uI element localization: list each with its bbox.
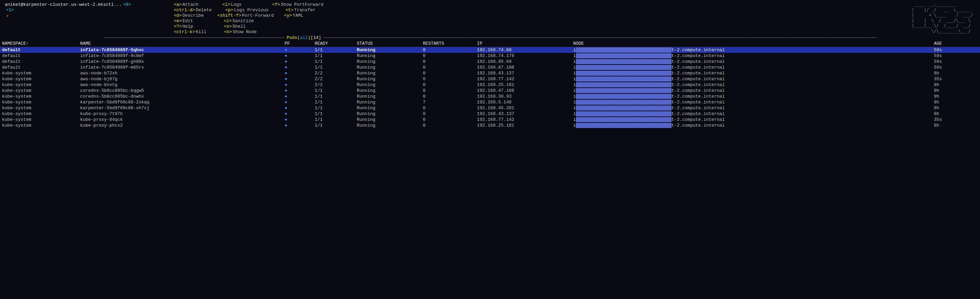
table-row[interactable]: defaultinflate-7c8584989f-m65rv●1/1Runni… xyxy=(0,64,980,70)
table-row[interactable]: kube-systemaws-node-b72xh●2/2Running0192… xyxy=(0,70,980,76)
cell-namespace: kube-system xyxy=(0,76,78,82)
cell-name: kube-proxy-phcx2 xyxy=(78,123,283,128)
cell-ip: 192.168.43.137 xyxy=(475,111,571,117)
cell-ip: 192.168.25.181 xyxy=(475,123,571,128)
cell-ready: 1/1 xyxy=(312,123,355,128)
cell-name: karpenter-5bd9f69c88-2xkqq xyxy=(78,99,283,105)
cell-node: i████████████████████████████████████t-2… xyxy=(571,88,932,94)
cell-name: aws-node-bj67g xyxy=(78,76,283,82)
kb-help: <?> Help xyxy=(174,24,193,29)
cell-namespace: kube-system xyxy=(0,94,78,99)
cell-namespace: kube-system xyxy=(0,88,78,94)
cell-name: coredns-5b8cc885bc-bqgw5 xyxy=(78,88,283,94)
col-header-ready: READY xyxy=(312,40,355,47)
cell-age: 8h xyxy=(932,99,980,105)
cell-age: 35s xyxy=(932,117,980,123)
cell-ip: 192.168.45.201 xyxy=(475,105,571,111)
cell-restarts: 0 xyxy=(421,64,475,70)
cell-age: 8h xyxy=(932,123,980,128)
table-row[interactable]: kube-systemkube-proxy-84qck●1/1Running01… xyxy=(0,117,980,123)
cell-name: inflate-7c8584989f-9c8mf xyxy=(78,53,283,59)
cell-pf: ● xyxy=(283,47,312,53)
cell-ready: 1/1 xyxy=(312,53,355,59)
cell-age: 59s xyxy=(932,64,980,70)
kb-delete: <ctrl-d> Delete xyxy=(174,8,212,13)
kb-attach: <a> Attach xyxy=(174,2,198,7)
logo-art: ____ __.________ | |/ _/ __ \______ | < … xyxy=(912,2,973,34)
kb-yaml: <y> YAML xyxy=(284,13,304,18)
cell-status: Running xyxy=(355,82,421,88)
kb-key-a: <a> xyxy=(174,2,181,7)
cell-ready: 1/1 xyxy=(312,117,355,123)
context-value: aniket@karpenter-cluster.us-west-2.eksct… xyxy=(5,2,122,7)
cell-age: 9h xyxy=(932,94,980,99)
col-header-name: NAME xyxy=(78,40,283,47)
section-title: Pods(all)[14] xyxy=(286,35,321,40)
cell-age: 59s xyxy=(932,59,980,64)
cell-restarts: 0 xyxy=(421,59,475,64)
cell-name: coredns-5b8cc885bc-dnwhx xyxy=(78,94,283,99)
table-row[interactable]: defaultinflate-7c8584989f-9c8mf●1/1Runni… xyxy=(0,53,980,59)
kb-shell: <s> Shell xyxy=(224,24,246,29)
cell-age: 9h xyxy=(932,88,980,94)
context-row: aniket@karpenter-cluster.us-west-2.eksct… xyxy=(3,2,167,7)
cell-name: kube-proxy-7t97h xyxy=(78,111,283,117)
cell-status: Running xyxy=(355,123,421,128)
cell-ip: 192.168.77.142 xyxy=(475,117,571,123)
cell-status: Running xyxy=(355,59,421,64)
cell-node: i████████████████████████████████████t-2… xyxy=(571,53,932,59)
kb-portforward: <shift-f> Port-Forward xyxy=(217,13,274,18)
cell-namespace: kube-system xyxy=(0,70,78,76)
table-row[interactable]: kube-systemkube-proxy-phcx2●1/1Running01… xyxy=(0,123,980,128)
kb-sanitize: <z> Sanitize xyxy=(224,18,254,24)
table-row[interactable]: kube-systemkarpenter-5bd9f69c88-2xkqq●1/… xyxy=(0,99,980,105)
kb-key-e: <e> xyxy=(174,18,181,24)
cell-node: i████████████████████████████████████t-2… xyxy=(571,59,932,64)
cell-namespace: kube-system xyxy=(0,117,78,123)
cell-ready: 1/1 xyxy=(312,59,355,64)
table-row[interactable]: defaultinflate-7c8584989f-gh89x●1/1Runni… xyxy=(0,59,980,64)
cell-node: i████████████████████████████████████t-2… xyxy=(571,70,932,76)
cell-age: 8h xyxy=(932,111,980,117)
table-row[interactable]: kube-systemkube-proxy-7t97h●1/1Running01… xyxy=(0,111,980,117)
cell-pf: ● xyxy=(283,111,312,117)
table-row[interactable]: kube-systemkarpenter-5bd9f69c88-vh7xj●1/… xyxy=(0,105,980,111)
cell-ready: 1/1 xyxy=(312,99,355,105)
cell-namespace: default xyxy=(0,47,78,53)
cell-status: Running xyxy=(355,111,421,117)
cell-pf: ● xyxy=(283,82,312,88)
cell-pf: ● xyxy=(283,53,312,59)
cell-age: 59s xyxy=(932,53,980,59)
cell-restarts: 0 xyxy=(421,105,475,111)
dashes-left: ────────────────────────────────────────… xyxy=(104,35,285,40)
cell-restarts: 0 xyxy=(421,82,475,88)
cell-node: i████████████████████████████████████t-2… xyxy=(571,47,932,53)
cell-status: Running xyxy=(355,88,421,94)
cell-status: Running xyxy=(355,99,421,105)
kb-logs: <l> Logs xyxy=(222,2,242,7)
cell-restarts: 0 xyxy=(421,70,475,76)
table-body: defaultinflate-7c8584989f-5qhvc●1/1Runni… xyxy=(0,47,980,129)
cell-status: Running xyxy=(355,117,421,123)
cell-restarts: 0 xyxy=(421,94,475,99)
kb-action-yaml: YAML xyxy=(293,13,303,18)
cell-pf: ● xyxy=(283,123,312,128)
kb-action-shownode: Show Node xyxy=(233,29,256,35)
pods-table: NAMESPACE↑ NAME PF READY STATUS RESTARTS… xyxy=(0,40,980,128)
cell-namespace: kube-system xyxy=(0,99,78,105)
kb-action-logsprev: Logs Previous xyxy=(234,8,269,13)
table-row[interactable]: kube-systemaws-node-bnvtg●2/2Running0192… xyxy=(0,82,980,88)
table-row[interactable]: kube-systemcoredns-5b8cc885bc-bqgw5●1/1R… xyxy=(0,88,980,94)
keybind-row-5: <?> Help <s> Shell xyxy=(174,24,888,29)
cell-status: Running xyxy=(355,53,421,59)
logo-area: ____ __.________ | |/ _/ __ \______ | < … xyxy=(888,2,977,35)
k9s-rev-row: ⚡ xyxy=(3,13,167,19)
kb-action-sanitize: Sanitize xyxy=(232,18,253,24)
kb-key-p: <p> xyxy=(225,8,233,13)
table-row[interactable]: kube-systemcoredns-5b8cc885bc-dnwhx●1/1R… xyxy=(0,94,980,99)
cell-ready: 1/1 xyxy=(312,64,355,70)
table-row[interactable]: kube-systemaws-node-bj67g●2/2Running0192… xyxy=(0,76,980,82)
kb-edit: <e> Edit xyxy=(174,18,193,24)
table-row[interactable]: defaultinflate-7c8584989f-5qhvc●1/1Runni… xyxy=(0,47,980,53)
cell-node: i████████████████████████████████████t-2… xyxy=(571,94,932,99)
